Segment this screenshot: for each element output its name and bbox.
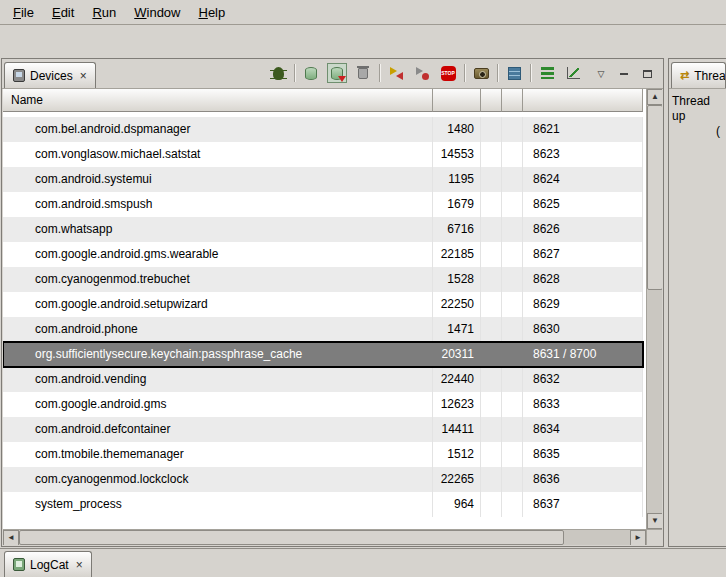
system-info-icon[interactable] <box>537 63 557 83</box>
process-row[interactable]: com.vonglasow.michael.satstat145538623 <box>3 142 643 167</box>
tab-devices-label: Devices <box>30 69 73 83</box>
process-pid: 1679 <box>433 192 481 217</box>
update-threads-icon[interactable] <box>386 63 406 83</box>
process-row[interactable]: com.android.defcontainer144118634 <box>3 417 643 442</box>
method-profiling-icon[interactable] <box>412 63 432 83</box>
menu-help[interactable]: Help <box>189 1 234 24</box>
process-port: 8627 <box>523 242 643 267</box>
process-name: com.tmobile.thememanager <box>3 442 433 467</box>
process-port: 8630 <box>523 317 643 342</box>
column-header-c2[interactable] <box>502 89 523 112</box>
thread-indicator <box>502 417 523 442</box>
vertical-scrollbar[interactable]: ▲ ▼ <box>646 89 662 529</box>
process-name: com.android.phone <box>3 317 433 342</box>
cause-gc-icon[interactable] <box>353 63 373 83</box>
debug-process-icon[interactable] <box>268 63 288 83</box>
process-row[interactable]: org.sufficientlysecure.keychain:passphra… <box>3 342 643 367</box>
process-pid: 1195 <box>433 167 481 192</box>
heap-indicator <box>481 442 502 467</box>
application-window: FileEditRunWindowHelp Devices × STOP ▽ N… <box>0 0 726 577</box>
stop-process-icon[interactable]: STOP <box>438 63 458 83</box>
menu-edit[interactable]: Edit <box>43 1 83 24</box>
device-rows: com.bel.android.dspmanager14808621com.vo… <box>3 117 643 517</box>
process-port: 8623 <box>523 142 643 167</box>
process-row[interactable]: com.cyanogenmod.lockclock222658636 <box>3 467 643 492</box>
column-header-name[interactable]: Name <box>3 89 433 112</box>
process-pid: 22250 <box>433 292 481 317</box>
thread-indicator <box>502 492 523 517</box>
process-row[interactable]: com.google.android.gms.wearable221858627 <box>3 242 643 267</box>
thread-indicator <box>502 192 523 217</box>
device-icon <box>13 69 25 82</box>
menu-file[interactable]: File <box>4 1 43 24</box>
horizontal-scrollbar[interactable]: ◄ ► <box>3 529 646 545</box>
menu-bar: FileEditRunWindowHelp <box>0 0 726 25</box>
process-port: 8624 <box>523 167 643 192</box>
scroll-left-button[interactable]: ◄ <box>3 530 19 545</box>
process-row[interactable]: com.android.smspush16798625 <box>3 192 643 217</box>
toolbar-separator <box>294 64 295 82</box>
thread-indicator <box>502 167 523 192</box>
process-name: com.android.defcontainer <box>3 417 433 442</box>
heap-indicator <box>481 317 502 342</box>
dump-hprof-icon[interactable] <box>327 63 347 83</box>
update-heap-icon[interactable] <box>301 63 321 83</box>
process-pid: 1471 <box>433 317 481 342</box>
tab-logcat[interactable]: LogCat × <box>4 551 92 577</box>
thread-indicator <box>502 467 523 492</box>
process-name: com.bel.android.dspmanager <box>3 117 433 142</box>
close-icon[interactable]: × <box>80 69 87 83</box>
process-row[interactable]: com.cyanogenmod.trebuchet15288628 <box>3 267 643 292</box>
thread-indicator <box>502 242 523 267</box>
process-row[interactable]: com.android.systemui11958624 <box>3 167 643 192</box>
vertical-scroll-thumb[interactable] <box>647 105 662 290</box>
tab-threads[interactable]: ⇄ Threads <box>671 62 726 88</box>
process-table: Name com.bel.android.dspmanager14808621c… <box>3 89 662 545</box>
process-row[interactable]: com.android.vending224408632 <box>3 367 643 392</box>
process-port: 8621 <box>523 117 643 142</box>
column-header-pid[interactable] <box>433 89 481 112</box>
column-header-port[interactable] <box>523 89 643 112</box>
process-row[interactable]: com.google.android.setupwizard222508629 <box>3 292 643 317</box>
thread-indicator <box>502 117 523 142</box>
panel-window-buttons: ▽ <box>591 65 657 83</box>
process-row[interactable]: system_process9648637 <box>3 492 643 517</box>
scroll-up-button[interactable]: ▲ <box>647 89 662 105</box>
threads-tabbar: ⇄ Threads <box>669 59 726 89</box>
process-port: 8625 <box>523 192 643 217</box>
process-port: 8628 <box>523 267 643 292</box>
process-pid: 20311 <box>433 342 481 367</box>
screen-capture-icon[interactable] <box>471 63 491 83</box>
process-row[interactable]: com.android.phone14718630 <box>3 317 643 342</box>
process-pid: 22185 <box>433 242 481 267</box>
thread-indicator <box>502 142 523 167</box>
menu-run[interactable]: Run <box>83 1 125 24</box>
process-name: com.whatsapp <box>3 217 433 242</box>
maximize-icon[interactable] <box>637 65 657 83</box>
process-row[interactable]: com.tmobile.thememanager15128635 <box>3 442 643 467</box>
view-hierarchy-icon[interactable] <box>504 63 524 83</box>
horizontal-scroll-thumb[interactable] <box>19 530 564 545</box>
scroll-down-button[interactable]: ▼ <box>647 513 662 529</box>
column-header-c1[interactable] <box>481 89 502 112</box>
tab-devices[interactable]: Devices × <box>4 62 96 88</box>
toolbar-separator <box>464 64 465 82</box>
view-menu-icon[interactable]: ▽ <box>591 65 611 83</box>
scrollbar-corner <box>646 529 662 545</box>
devices-panel: Devices × STOP ▽ Name com.bel.android.ds… <box>1 58 664 547</box>
menu-window[interactable]: Window <box>125 1 189 24</box>
process-name: com.android.smspush <box>3 192 433 217</box>
minimize-icon[interactable] <box>614 65 634 83</box>
table-header: Name <box>3 89 643 112</box>
scroll-right-button[interactable]: ► <box>630 530 646 545</box>
process-row[interactable]: com.whatsapp67168626 <box>3 217 643 242</box>
process-row[interactable]: com.google.android.gms126238633 <box>3 392 643 417</box>
process-port: 8626 <box>523 217 643 242</box>
close-icon[interactable]: × <box>76 558 83 572</box>
process-row[interactable]: com.bel.android.dspmanager14808621 <box>3 117 643 142</box>
thread-indicator <box>502 367 523 392</box>
process-pid: 6716 <box>433 217 481 242</box>
threads-icon: ⇄ <box>680 69 689 82</box>
network-stats-icon[interactable] <box>563 63 583 83</box>
heap-indicator <box>481 342 502 367</box>
